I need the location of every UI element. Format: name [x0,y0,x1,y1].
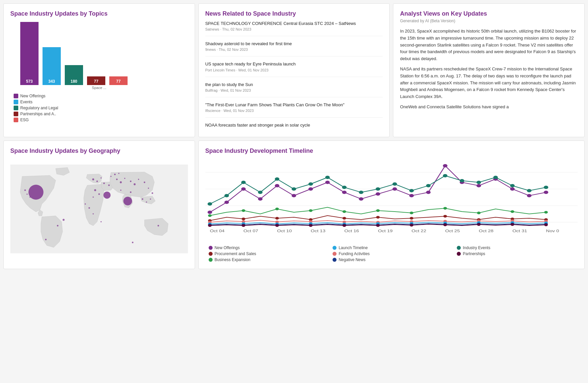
timeline-legend-item: Negative News [333,257,450,262]
svg-point-3 [92,178,94,180]
news-item[interactable]: the plan to study the SunBullfrag · Wed,… [205,80,383,94]
svg-point-72 [527,194,532,197]
geo-panel: Space Industry Updates by Geography [3,141,195,269]
timeline-legend-label: Industry Events [463,245,490,250]
svg-point-156 [410,224,413,227]
svg-point-99 [343,217,346,220]
svg-point-81 [325,176,330,179]
svg-point-80 [308,182,313,186]
news-item[interactable]: US space tech ready for Eyre Peninsula l… [205,59,383,74]
legend-color [14,94,18,98]
news-divider [205,56,383,56]
svg-point-75 [224,194,229,197]
svg-point-15 [134,183,136,185]
svg-point-86 [409,189,414,192]
news-headline: "The First-Ever Lunar Farm Shows That Pl… [205,102,383,108]
svg-point-17 [144,182,146,183]
timeline-legend-label: Negative News [339,257,365,262]
svg-point-29 [130,191,132,193]
svg-point-55 [241,187,246,191]
svg-point-12 [120,181,122,183]
svg-point-84 [375,187,380,191]
svg-point-63 [375,192,380,196]
svg-point-26 [85,203,86,205]
svg-point-30 [120,190,122,191]
svg-point-59 [308,187,313,191]
timeline-legend: New OfferingsLaunch TimelineIndustry Eve… [205,245,578,262]
news-list: SPACE TECHNOLOGY CONFERENCE Central Eura… [205,19,383,130]
svg-point-19 [151,192,153,194]
svg-point-14 [130,181,132,182]
svg-point-127 [544,211,548,214]
svg-point-78 [275,177,279,181]
svg-point-157 [443,224,447,226]
bar-item: 77 [109,76,128,85]
svg-point-96 [242,218,245,220]
svg-text:Oct 10: Oct 10 [277,229,292,233]
timeline-svg: Oct 04 Oct 07 Oct 10 Oct 13 Oct 16 Oct 1… [205,156,578,239]
timeline-legend-item: Industry Events [457,245,574,250]
svg-point-88 [443,174,447,177]
svg-text:Oct 13: Oct 13 [311,229,325,233]
news-source: Satnews · Thu, 02 Nov 2023 [205,27,383,31]
bar-fill: 573 [20,22,39,85]
svg-point-92 [510,184,515,187]
news-item[interactable]: SPACE TECHNOLOGY CONFERENCE Central Eura… [205,19,383,33]
svg-point-27 [88,207,90,209]
analyst-text: In 2023, SpaceX accomplished its histori… [400,28,578,111]
topics-panel: Space Industry Updates by Topics 5733431… [3,3,195,137]
svg-point-160 [544,224,548,226]
timeline-legend-dot [333,258,337,262]
legend-color [14,100,18,104]
news-source: Port Lincoln Times · Wed, 01 Nov 2023 [205,68,383,72]
svg-point-25 [100,221,102,223]
legend-item: Partnerships and A.. [14,112,188,116]
legend-item: New Offerings [14,94,188,98]
svg-point-159 [511,223,514,226]
svg-point-20 [142,198,144,200]
bar-fill: 77 [109,76,128,85]
timeline-chart: Oct 04 Oct 07 Oct 10 Oct 13 Oct 16 Oct 1… [205,156,578,242]
svg-point-152 [275,224,279,227]
svg-point-119 [275,208,279,210]
news-item[interactable]: "The First-Ever Lunar Farm Shows That Pl… [205,100,383,115]
timeline-legend-label: New Offerings [215,245,240,250]
legend-color [14,118,18,122]
news-headline: NOAA forecasts faster and stronger peak … [205,122,383,128]
analyst-title: Analyst Views on Key Updates [400,10,578,17]
svg-text:Oct 19: Oct 19 [378,229,392,233]
bar-item: 343 [43,47,61,85]
news-item[interactable]: NOAA forecasts faster and stronger peak … [205,120,383,130]
news-source: 9news · Thu, 02 Nov 2023 [205,48,383,51]
svg-point-79 [291,187,296,191]
svg-point-89 [459,179,464,182]
world-map [10,156,188,262]
svg-point-31 [110,176,112,177]
svg-text:Oct 04: Oct 04 [210,229,224,233]
news-source: Iflscience · Wed, 01 Nov 2023 [205,109,383,113]
svg-point-5 [100,177,102,179]
svg-point-125 [477,212,480,214]
svg-point-28 [93,213,94,215]
svg-point-23 [157,225,159,227]
svg-point-6 [103,183,105,184]
svg-point-121 [343,210,346,213]
news-headline: Shadowy asteroid to be revealed for firs… [205,41,383,47]
svg-point-13 [124,178,126,179]
legend-color [14,106,18,110]
svg-point-120 [309,209,312,212]
news-title: News Related to Space Industry [205,10,383,17]
map-svg [10,156,188,262]
legend-label: Events [20,100,33,104]
news-headline: SPACE TECHNOLOGY CONFERENCE Central Eura… [205,21,383,27]
news-divider [205,77,383,77]
legend-item: Events [14,100,188,104]
news-item[interactable]: Shadowy asteroid to be revealed for firs… [205,39,383,53]
map-bubble-usa [29,185,44,200]
news-headline: US space tech ready for Eyre Peninsula l… [205,61,383,67]
svg-point-73 [543,191,548,194]
svg-point-4 [96,181,98,182]
timeline-legend-dot [457,252,461,256]
timeline-legend-label: Business Expansion [215,257,250,262]
timeline-legend-dot [209,252,213,256]
